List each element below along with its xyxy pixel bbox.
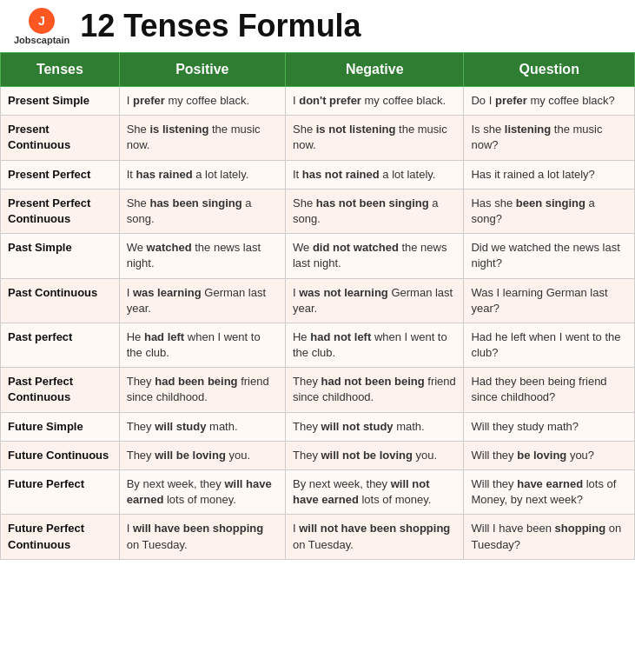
table-cell: They had not been being friend since chi…: [285, 368, 464, 412]
table-cell: Will they be loving you?: [464, 441, 635, 469]
table-cell: He had left when I went to the club.: [119, 323, 285, 367]
table-cell: Will they study math?: [464, 412, 635, 441]
tense-name-cell: Past Simple: [1, 234, 120, 278]
table-cell: Had they been being friend since childho…: [464, 368, 635, 412]
svg-text:J: J: [38, 14, 45, 28]
table-row: Past perfectHe had left when I went to t…: [1, 323, 635, 367]
table-cell: I was not learning German last year.: [285, 278, 464, 323]
table-cell: He had not left when I went to the club.: [285, 323, 464, 367]
table-row: Past ContinuousI was learning German las…: [1, 278, 635, 323]
table-cell: We watched the news last night.: [119, 234, 285, 278]
table-cell: They will study math.: [119, 412, 285, 441]
table-cell: They will be loving you.: [119, 441, 285, 469]
tenses-table: Tenses Positive Negative Question Presen…: [0, 52, 635, 560]
table-row: Present PerfectIt has rained a lot latel…: [1, 160, 635, 189]
table-row: Present Perfect ContinuousShe has been s…: [1, 189, 635, 233]
col-header-tenses: Tenses: [1, 53, 120, 87]
table-row: Future ContinuousThey will be loving you…: [1, 441, 635, 469]
table-row: Future PerfectBy next week, they will ha…: [1, 470, 635, 515]
table-cell: They had been being friend since childho…: [119, 368, 285, 412]
table-row: Present ContinuousShe is listening the m…: [1, 116, 635, 160]
table-cell: We did not watched the news last night.: [285, 234, 464, 278]
table-cell: I will have been shopping on Tuesday.: [119, 515, 285, 559]
header: J Jobscaptain 12 Tenses Formula: [0, 0, 635, 52]
tense-name-cell: Future Simple: [1, 412, 120, 441]
tense-name-cell: Past perfect: [1, 323, 120, 367]
table-cell: Will I have been shopping on Tuesday?: [464, 515, 635, 559]
table-cell: I prefer my coffee black.: [119, 87, 285, 116]
page-title: 12 Tenses Formula: [80, 8, 360, 44]
table-header-row: Tenses Positive Negative Question: [1, 53, 635, 87]
tense-name-cell: Present Perfect: [1, 160, 120, 189]
logo-text: Jobscaptain: [14, 35, 69, 45]
table-cell: They will not be loving you.: [285, 441, 464, 469]
table-row: Future Perfect ContinuousI will have bee…: [1, 515, 635, 559]
table-cell: She has been singing a song.: [119, 189, 285, 233]
tense-name-cell: Future Perfect: [1, 470, 120, 515]
table-cell: I will not have been shopping on Tuesday…: [285, 515, 464, 559]
table-cell: By next week, they will not have earned …: [285, 470, 464, 515]
col-header-positive: Positive: [119, 53, 285, 87]
table-cell: I don't prefer my coffee black.: [285, 87, 464, 116]
logo-area: J Jobscaptain: [14, 7, 69, 45]
table-cell: Had he left when I went to the club?: [464, 323, 635, 367]
table-cell: Did we watched the news last night?: [464, 234, 635, 278]
table-cell: Has she been singing a song?: [464, 189, 635, 233]
tense-name-cell: Past Perfect Continuous: [1, 368, 120, 412]
tense-name-cell: Future Perfect Continuous: [1, 515, 120, 559]
table-cell: Was I learning German last year?: [464, 278, 635, 323]
table-cell: By next week, they will have earned lots…: [119, 470, 285, 515]
table-cell: They will not study math.: [285, 412, 464, 441]
col-header-negative: Negative: [285, 53, 464, 87]
table-cell: She has not been singing a song.: [285, 189, 464, 233]
table-cell: It has not rained a lot lately.: [285, 160, 464, 189]
table-cell: She is listening the music now.: [119, 116, 285, 160]
logo-icon: J: [28, 7, 56, 35]
table-row: Present SimpleI prefer my coffee black.I…: [1, 87, 635, 116]
col-header-question: Question: [464, 53, 635, 87]
table-row: Future SimpleThey will study math.They w…: [1, 412, 635, 441]
table-cell: Do I prefer my coffee black?: [464, 87, 635, 116]
tense-name-cell: Present Perfect Continuous: [1, 189, 120, 233]
table-cell: I was learning German last year.: [119, 278, 285, 323]
table-cell: Will they have earned lots of Money, by …: [464, 470, 635, 515]
tense-name-cell: Present Simple: [1, 87, 120, 116]
table-cell: Is she listening the music now?: [464, 116, 635, 160]
table-cell: She is not listening the music now.: [285, 116, 464, 160]
tense-name-cell: Past Continuous: [1, 278, 120, 323]
tense-name-cell: Present Continuous: [1, 116, 120, 160]
table-cell: It has rained a lot lately.: [119, 160, 285, 189]
table-cell: Has it rained a lot lately?: [464, 160, 635, 189]
tense-name-cell: Future Continuous: [1, 441, 120, 469]
table-row: Past Perfect ContinuousThey had been bei…: [1, 368, 635, 412]
table-row: Past SimpleWe watched the news last nigh…: [1, 234, 635, 278]
